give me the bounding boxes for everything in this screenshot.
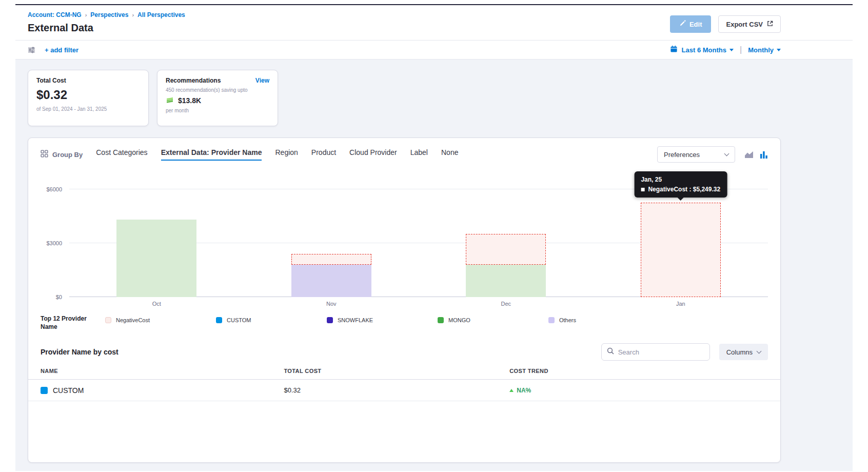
- page-header: Account: CCM-NG›Perspectives›All Perspec…: [15, 5, 853, 40]
- filter-right-controls: Last 6 Months | Monthly: [670, 45, 781, 55]
- breadcrumb-item-account-ccm-ng[interactable]: Account: CCM-NG: [28, 11, 82, 18]
- tab-product[interactable]: Product: [311, 148, 336, 161]
- app-window: Account: CCM-NG›Perspectives›All Perspec…: [15, 4, 853, 471]
- total-cost-period: of Sep 01, 2024 - Jan 31, 2025: [36, 106, 140, 112]
- chart-category-slot: [69, 189, 244, 297]
- table-row-custom[interactable]: CUSTOM$0.32NA%: [28, 380, 780, 401]
- chart-tooltip: Jan, 25 NegativeCost : $5,249.32: [634, 171, 727, 198]
- legend-label: Others: [559, 317, 576, 323]
- chevron-down-icon: [777, 49, 781, 51]
- bar-chart-icon[interactable]: [760, 151, 768, 159]
- table-title: Provider Name by cost: [41, 348, 119, 356]
- add-filter-button[interactable]: + add filter: [45, 46, 78, 54]
- edit-button-label: Edit: [689, 21, 702, 28]
- provider-cost-table: NAMETOTAL COSTCOST TREND CUSTOM$0.32NA%: [28, 368, 780, 401]
- time-range-dropdown[interactable]: Last 6 Months: [682, 46, 734, 54]
- column-header-name[interactable]: NAME: [28, 368, 284, 374]
- edit-button[interactable]: Edit: [670, 15, 712, 33]
- search-box: [601, 343, 710, 361]
- bar-oct[interactable]: [116, 220, 196, 297]
- columns-button-label: Columns: [726, 348, 753, 356]
- table-body: CUSTOM$0.32NA%: [28, 380, 780, 401]
- export-csv-button[interactable]: Export CSV: [718, 15, 781, 33]
- legend-title: Top 12 Provider Name: [41, 314, 98, 331]
- tooltip-text: NegativeCost : $5,249.32: [648, 186, 720, 193]
- bar-segment-others[interactable]: [291, 265, 371, 297]
- y-axis-label: $6000: [46, 186, 62, 192]
- recommendations-card: Recommendations View 450 recommendation(…: [157, 70, 278, 126]
- legend-label: CUSTOM: [227, 317, 251, 323]
- area-chart-icon[interactable]: [744, 151, 754, 159]
- table-controls: Provider Name by cost Columns: [41, 343, 768, 361]
- tab-cost-categories[interactable]: Cost Categories: [96, 148, 147, 161]
- export-csv-label: Export CSV: [726, 21, 763, 28]
- chart-category-slot: [419, 189, 594, 297]
- tab-none[interactable]: None: [441, 148, 458, 161]
- group-by-row: Group By Cost CategoriesExternal Data: P…: [41, 146, 768, 163]
- legend-label: MONGO: [448, 317, 470, 323]
- breadcrumb-item-perspectives[interactable]: Perspectives: [90, 11, 128, 18]
- chart-category-slot: [244, 189, 419, 297]
- y-axis: $0$3000$6000: [41, 189, 65, 297]
- preferences-dropdown[interactable]: Preferences: [657, 146, 735, 163]
- breadcrumb-separator: ›: [85, 12, 87, 18]
- preferences-label: Preferences: [664, 151, 700, 159]
- trend-value: NA%: [517, 387, 531, 394]
- calendar-icon: [670, 45, 678, 55]
- bar-dec[interactable]: [466, 234, 546, 297]
- bar-segment-mongo[interactable]: [466, 265, 546, 297]
- granularity-dropdown[interactable]: Monthly: [748, 46, 781, 54]
- columns-button[interactable]: Columns: [719, 344, 768, 360]
- chart-plot: Jan, 25 NegativeCost : $5,249.32: [69, 189, 768, 297]
- chart-legend: Top 12 Provider Name NegativeCostCUSTOMS…: [41, 314, 768, 331]
- search-input[interactable]: [618, 348, 704, 356]
- legend-item-snowflake[interactable]: SNOWFLAKE: [327, 317, 438, 323]
- total-cost-cell: $0.32: [284, 386, 509, 394]
- provider-name: CUSTOM: [53, 386, 84, 395]
- legend-swatch: [438, 317, 444, 323]
- bar-segment-negativecost[interactable]: [466, 234, 546, 265]
- group-by-icon: [41, 150, 48, 160]
- filter-settings-icon[interactable]: [28, 46, 35, 54]
- x-axis-label-nov: Nov: [244, 301, 419, 307]
- bar-nov[interactable]: [291, 254, 371, 297]
- y-axis-label: $0: [56, 294, 62, 300]
- chevron-down-icon: [724, 151, 729, 156]
- total-cost-title: Total Cost: [36, 77, 140, 84]
- content-area: Total Cost $0.32 of Sep 01, 2024 - Jan 3…: [15, 60, 853, 471]
- trend-up-icon: [509, 389, 514, 392]
- tab-label[interactable]: Label: [410, 148, 428, 161]
- time-range-label: Last 6 Months: [682, 46, 726, 54]
- breadcrumb-item-all-perspectives[interactable]: All Perspectives: [137, 11, 185, 18]
- x-axis-labels: OctNovDecJan: [69, 297, 768, 310]
- breadcrumb: Account: CCM-NG›Perspectives›All Perspec…: [28, 11, 781, 18]
- legend-label: NegativeCost: [116, 317, 150, 323]
- recommendations-view-link[interactable]: View: [255, 77, 269, 84]
- header-actions: Edit Export CSV: [670, 15, 781, 33]
- recommendations-title: Recommendations: [166, 77, 221, 84]
- tab-cloud-provider[interactable]: Cloud Provider: [349, 148, 397, 161]
- bar-segment-negativecost[interactable]: [291, 254, 371, 265]
- tab-region[interactable]: Region: [275, 148, 298, 161]
- legend-item-negativecost[interactable]: NegativeCost: [105, 317, 216, 323]
- column-header-total-cost[interactable]: TOTAL COST: [284, 368, 509, 374]
- bar-segment-mongo[interactable]: [116, 220, 196, 297]
- provider-name-cell: CUSTOM: [28, 386, 284, 395]
- bar-jan[interactable]: [641, 203, 721, 297]
- bar-segment-negativecost[interactable]: [641, 203, 721, 297]
- chevron-down-icon: [757, 349, 762, 354]
- money-icon: [166, 96, 174, 105]
- separator: |: [740, 45, 742, 54]
- legend-swatch: [216, 317, 222, 323]
- tooltip-title: Jan, 25: [641, 176, 720, 183]
- legend-item-mongo[interactable]: MONGO: [438, 317, 548, 323]
- legend-item-custom[interactable]: CUSTOM: [216, 317, 327, 323]
- x-axis-label-jan: Jan: [594, 301, 768, 307]
- tab-external-data-provider-name[interactable]: External Data: Provider Name: [161, 148, 262, 161]
- granularity-label: Monthly: [748, 46, 774, 54]
- chart-controls: Preferences: [657, 146, 768, 163]
- column-header-cost-trend[interactable]: COST TREND: [509, 368, 780, 374]
- legend-swatch: [327, 317, 333, 323]
- legend-item-others[interactable]: Others: [548, 317, 659, 323]
- tooltip-series-bullet: [641, 188, 644, 191]
